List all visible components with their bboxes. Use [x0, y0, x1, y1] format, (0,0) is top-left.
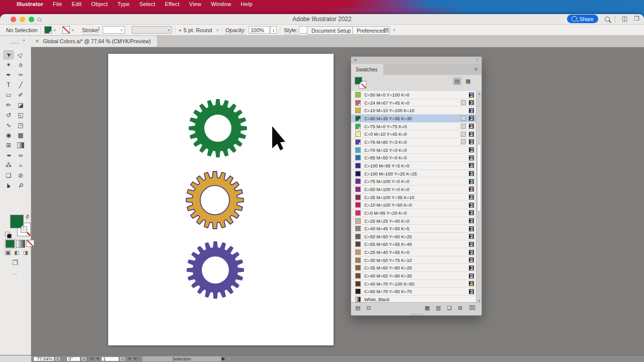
menu-type[interactable]: Type	[117, 1, 130, 7]
swatch-libraries-icon[interactable]: ▤	[355, 305, 360, 311]
swatch-row[interactable]: C=70 M=15 Y=0 K=0	[351, 146, 481, 154]
search-icon[interactable]	[605, 17, 610, 22]
arrange-documents-icon[interactable]: ❐	[634, 15, 639, 22]
rotation-field[interactable]: 0°	[66, 356, 80, 362]
scale-tool[interactable]: ◱	[16, 111, 26, 120]
swatch-row[interactable]: C=40 M=45 Y=50 K=5	[351, 225, 481, 233]
tab-swatches[interactable]: Swatches	[351, 64, 383, 75]
swatch-row[interactable]: C=75 M=0 Y=75 K=0	[351, 123, 481, 131]
swatch-row[interactable]: C=35 M=100 Y=35 K=10	[351, 194, 481, 202]
hand-tool[interactable]: ☛	[4, 181, 14, 190]
stroke-weight-stepper[interactable]: ▲▼	[98, 26, 100, 34]
next-artboard-button[interactable]: ▶	[129, 356, 131, 360]
swatch-row[interactable]: C=50 M=100 Y=0 K=0	[351, 186, 481, 194]
panel-menu-icon[interactable]: ≡	[474, 66, 477, 72]
artboard-select-chevron[interactable]: ∨	[119, 356, 126, 362]
artboard-tool[interactable]: ❏	[4, 171, 14, 180]
swatch-list-scrollbar[interactable]: ∧ ∨	[476, 91, 481, 304]
isolate-selected-icon[interactable]: ▤	[383, 26, 388, 34]
eyedropper-tool[interactable]: ✒	[4, 151, 14, 160]
menu-illustrator[interactable]: Illustrator	[17, 1, 43, 7]
swatch-row[interactable]: C=50 M=0 Y=100 K=0	[351, 91, 481, 99]
add-to-library-icon[interactable]: ⊡	[366, 305, 371, 311]
document-setup-button[interactable]: Document Setup	[307, 26, 355, 35]
fill-color-swatch[interactable]: ∨	[44, 26, 56, 34]
zoom-level-field[interactable]: 77.64%	[33, 356, 54, 362]
slice-tool[interactable]: ⊘	[16, 171, 26, 180]
panel-drag-grip[interactable]: ≡	[476, 57, 478, 62]
screen-mode-icon[interactable]: ❐	[12, 259, 18, 266]
fill-color-well[interactable]	[10, 215, 24, 228]
swatch-row[interactable]: C=50 M=50 Y=60 K=25	[351, 233, 481, 241]
new-swatch-icon[interactable]: ⊞	[458, 305, 462, 311]
perspective-grid-tool[interactable]: ▦	[16, 131, 26, 140]
menu-edit[interactable]: Edit	[71, 1, 82, 7]
magic-wand-tool[interactable]: ✶	[4, 60, 14, 69]
artboard-number-field[interactable]: 1	[101, 356, 119, 362]
gradient-mode-button[interactable]	[16, 240, 25, 248]
swatch-row[interactable]: C=90 M=30 Y=95 K=30	[351, 115, 481, 123]
delete-swatch-icon[interactable]: ⌧	[469, 305, 475, 311]
swatch-row[interactable]: C=30 M=50 Y=75 K=10	[351, 256, 481, 264]
direct-selection-tool[interactable]: ▷	[16, 50, 26, 59]
menu-help[interactable]: Help	[241, 1, 253, 7]
opacity-label[interactable]: Opacity:	[225, 26, 246, 35]
paintbrush-tool[interactable]: ✐	[16, 90, 26, 100]
shape-builder-tool[interactable]: ◉	[4, 131, 14, 140]
share-button[interactable]: Share	[567, 15, 598, 23]
swatch-row[interactable]: C=55 M=60 Y=65 K=40	[351, 240, 481, 248]
swatch-row[interactable]: C=35 M=60 Y=80 K=25	[351, 264, 481, 272]
swatches-panel-titlebar[interactable]: ✕ ≡	[351, 57, 481, 64]
variable-width-profile-select[interactable]: ∨	[132, 26, 172, 34]
scroll-up-icon[interactable]: ∧	[477, 92, 481, 96]
swatch-row[interactable]: C=85 M=50 Y=0 K=0	[351, 154, 481, 162]
column-graph-tool[interactable]: ılı	[16, 161, 26, 170]
menu-file[interactable]: File	[53, 1, 62, 7]
mesh-tool[interactable]: ⊞	[4, 141, 14, 150]
rotation-select-chevron[interactable]: ∨	[80, 356, 87, 362]
opacity-field[interactable]: 100%	[249, 26, 270, 34]
edit-toolbar-icon[interactable]: …	[12, 270, 18, 276]
swatch-row[interactable]: C=0 M=95 Y=20 K=0	[351, 209, 481, 217]
zoom-select-chevron[interactable]: ∨	[54, 356, 61, 362]
stroke-weight-field[interactable]: ∨	[103, 26, 125, 34]
rotate-tool[interactable]: ↺	[4, 111, 14, 120]
status-collapse-arrow[interactable]: ‹	[228, 356, 230, 361]
drawing-mode-0[interactable]: ▣	[5, 250, 11, 255]
chevron-down-icon[interactable]: ∨	[393, 26, 395, 34]
menu-view[interactable]: View	[189, 1, 201, 7]
panel-resize-grip[interactable]	[411, 314, 424, 315]
swatch-options-icon[interactable]: ▥	[436, 305, 441, 311]
swatch-row[interactable]: C=10 M=10 Y=100 K=10	[351, 107, 481, 115]
pencil-tool[interactable]: ✏	[4, 101, 14, 110]
curvature-tool[interactable]: ✑	[16, 70, 26, 79]
prev-artboard-button[interactable]: ◀	[96, 356, 99, 360]
swatch-kinds-icon[interactable]: ▦	[425, 305, 430, 311]
line-segment-tool[interactable]: ╱	[16, 80, 26, 89]
artboard[interactable]	[108, 54, 334, 345]
swatch-row[interactable]: C=40 M=65 Y=90 K=35	[351, 272, 481, 280]
lasso-tool[interactable]: σ	[16, 60, 26, 69]
color-mode-button[interactable]	[6, 240, 15, 248]
stroke-color-swatch[interactable]: ∨	[62, 26, 74, 34]
opacity-more-button[interactable]: ›	[270, 26, 277, 34]
symbol-sprayer-tool[interactable]: ⁂	[4, 161, 14, 170]
document-tab[interactable]: ✕ Global Colors.ai* @ 77.64 % (CMYK/Prev…	[29, 36, 157, 47]
swatch-row[interactable]: C=0 M=10 Y=45 K=0	[351, 130, 481, 138]
gradient-tool[interactable]	[16, 141, 26, 150]
menu-effect[interactable]: Effect	[165, 1, 180, 7]
eraser-tool[interactable]: ◪	[16, 101, 26, 110]
zoom-tool[interactable]: ⚲	[16, 181, 26, 190]
swatch-row[interactable]: C=100 M=95 Y=5 K=0	[351, 162, 481, 170]
swatch-row[interactable]: C=25 M=25 Y=40 K=0	[351, 217, 481, 225]
pen-tool[interactable]: ✒	[4, 70, 14, 79]
panel-grip[interactable]	[11, 43, 18, 44]
menu-object[interactable]: Object	[91, 1, 108, 7]
close-panel-icon[interactable]: ✕	[354, 58, 357, 62]
grid-view-button[interactable]: ▦	[464, 77, 472, 85]
collapse-panel-icon[interactable]: «	[23, 38, 25, 43]
status-display[interactable]: Selection	[142, 356, 221, 362]
swatch-row[interactable]: C=10 M=100 Y=50 K=0	[351, 201, 481, 209]
last-artboard-button[interactable]: ▶|	[134, 356, 138, 360]
panel-fill-chip[interactable]	[355, 77, 362, 84]
